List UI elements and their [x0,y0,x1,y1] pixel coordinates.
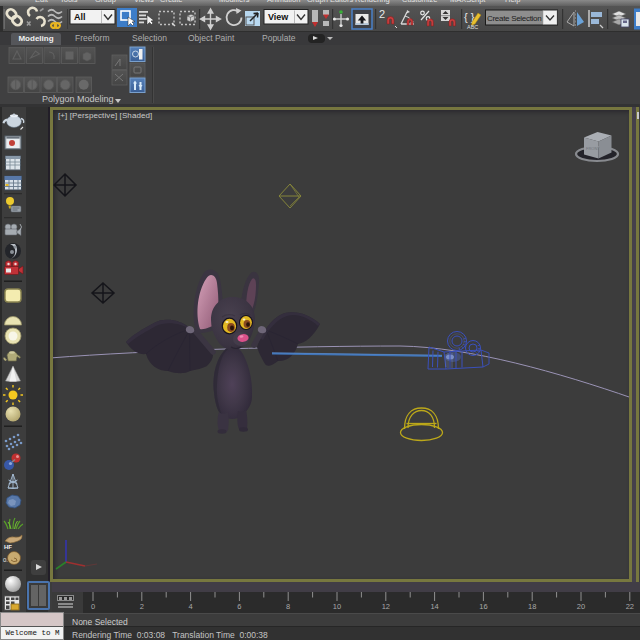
svg-text:0: 0 [91,602,95,611]
svg-text:18: 18 [528,602,536,611]
svg-text:HF: HF [4,544,12,550]
svg-text:20: 20 [577,602,585,611]
svg-text:14: 14 [430,602,438,611]
svg-text:4: 4 [189,602,193,611]
svg-text:0.: 0. [3,557,8,563]
svg-text:View: View [268,12,289,22]
svg-text:12: 12 [382,602,390,611]
svg-text:ABC: ABC [467,24,478,30]
svg-text:All: All [74,12,86,22]
svg-text:FRONT: FRONT [586,146,600,151]
svg-text:10: 10 [333,602,341,611]
svg-text:2: 2 [379,8,385,20]
svg-text:16: 16 [479,602,487,611]
svg-text:6: 6 [237,602,241,611]
svg-text:22: 22 [626,602,634,611]
svg-text:2: 2 [140,602,144,611]
svg-text:8: 8 [286,602,290,611]
